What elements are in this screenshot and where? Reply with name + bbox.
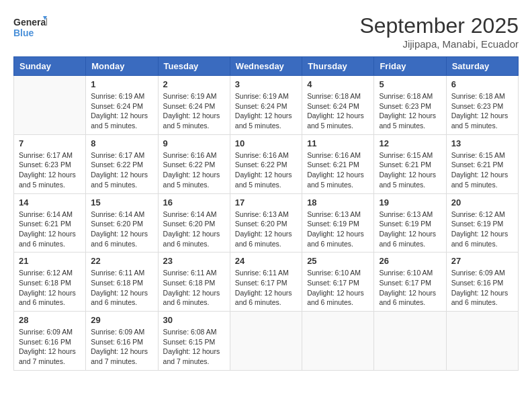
calendar-cell: 21Sunrise: 6:12 AM Sunset: 6:18 PM Dayli… [14, 253, 86, 312]
calendar-cell: 22Sunrise: 6:11 AM Sunset: 6:18 PM Dayli… [86, 253, 158, 312]
day-info: Sunrise: 6:16 AM Sunset: 6:22 PM Dayligh… [163, 150, 225, 190]
calendar-cell: 30Sunrise: 6:08 AM Sunset: 6:15 PM Dayli… [158, 312, 230, 371]
calendar-cell: 28Sunrise: 6:09 AM Sunset: 6:16 PM Dayli… [14, 312, 86, 371]
day-info: Sunrise: 6:09 AM Sunset: 6:16 PM Dayligh… [91, 327, 152, 367]
day-number: 27 [451, 256, 513, 266]
weekday-header-row: SundayMondayTuesdayWednesdayThursdayFrid… [14, 57, 519, 76]
location-subtitle: Jijipapa, Manabi, Ecuador [359, 38, 519, 50]
calendar-cell: 13Sunrise: 6:15 AM Sunset: 6:21 PM Dayli… [446, 134, 518, 193]
day-number: 12 [379, 138, 441, 148]
calendar-cell: 7Sunrise: 6:17 AM Sunset: 6:23 PM Daylig… [14, 134, 86, 193]
weekday-header-sunday: Sunday [14, 57, 86, 76]
day-info: Sunrise: 6:17 AM Sunset: 6:23 PM Dayligh… [19, 150, 81, 190]
day-info: Sunrise: 6:16 AM Sunset: 6:22 PM Dayligh… [235, 150, 297, 190]
calendar-cell: 27Sunrise: 6:09 AM Sunset: 6:16 PM Dayli… [446, 253, 518, 312]
day-number: 22 [91, 256, 152, 266]
logo: General Blue [13, 13, 47, 42]
day-info: Sunrise: 6:18 AM Sunset: 6:23 PM Dayligh… [451, 91, 513, 131]
calendar-cell: 26Sunrise: 6:10 AM Sunset: 6:17 PM Dayli… [374, 253, 446, 312]
calendar-cell: 4Sunrise: 6:18 AM Sunset: 6:24 PM Daylig… [302, 76, 374, 135]
weekday-header-saturday: Saturday [446, 57, 518, 76]
calendar-table: SundayMondayTuesdayWednesdayThursdayFrid… [13, 56, 519, 371]
day-info: Sunrise: 6:13 AM Sunset: 6:20 PM Dayligh… [235, 210, 297, 249]
day-number: 6 [451, 79, 513, 89]
calendar-cell: 16Sunrise: 6:14 AM Sunset: 6:20 PM Dayli… [158, 193, 230, 253]
day-info: Sunrise: 6:17 AM Sunset: 6:22 PM Dayligh… [91, 150, 152, 190]
month-title: September 2025 [359, 13, 519, 38]
day-info: Sunrise: 6:18 AM Sunset: 6:23 PM Dayligh… [379, 91, 441, 131]
day-info: Sunrise: 6:11 AM Sunset: 6:18 PM Dayligh… [163, 268, 225, 308]
day-info: Sunrise: 6:08 AM Sunset: 6:15 PM Dayligh… [163, 327, 225, 367]
calendar-cell: 5Sunrise: 6:18 AM Sunset: 6:23 PM Daylig… [374, 76, 446, 135]
calendar-cell: 29Sunrise: 6:09 AM Sunset: 6:16 PM Dayli… [86, 312, 158, 371]
day-info: Sunrise: 6:14 AM Sunset: 6:20 PM Dayligh… [163, 210, 225, 249]
day-number: 7 [19, 138, 81, 148]
day-number: 19 [379, 197, 441, 208]
day-info: Sunrise: 6:13 AM Sunset: 6:19 PM Dayligh… [307, 210, 369, 249]
day-info: Sunrise: 6:13 AM Sunset: 6:19 PM Dayligh… [379, 210, 441, 249]
day-info: Sunrise: 6:14 AM Sunset: 6:20 PM Dayligh… [91, 210, 152, 249]
calendar-cell: 24Sunrise: 6:11 AM Sunset: 6:17 PM Dayli… [230, 253, 302, 312]
weekday-header-thursday: Thursday [302, 57, 374, 76]
day-number: 25 [307, 256, 369, 266]
day-info: Sunrise: 6:10 AM Sunset: 6:17 PM Dayligh… [379, 268, 441, 308]
calendar-cell: 9Sunrise: 6:16 AM Sunset: 6:22 PM Daylig… [158, 134, 230, 193]
calendar-cell: 12Sunrise: 6:15 AM Sunset: 6:21 PM Dayli… [374, 134, 446, 193]
logo-svg: General Blue [13, 13, 47, 42]
calendar-cell: 6Sunrise: 6:18 AM Sunset: 6:23 PM Daylig… [446, 76, 518, 135]
day-number: 14 [19, 197, 81, 208]
day-info: Sunrise: 6:15 AM Sunset: 6:21 PM Dayligh… [451, 150, 513, 190]
calendar-cell [14, 76, 86, 135]
weekday-header-friday: Friday [374, 57, 446, 76]
calendar-cell: 20Sunrise: 6:12 AM Sunset: 6:19 PM Dayli… [446, 193, 518, 253]
day-info: Sunrise: 6:19 AM Sunset: 6:24 PM Dayligh… [235, 91, 297, 131]
day-number: 28 [19, 315, 81, 325]
day-number: 30 [163, 315, 225, 325]
day-info: Sunrise: 6:15 AM Sunset: 6:21 PM Dayligh… [379, 150, 441, 190]
day-number: 23 [163, 256, 225, 266]
day-number: 24 [235, 256, 297, 266]
day-number: 26 [379, 256, 441, 266]
day-number: 17 [235, 197, 297, 208]
day-info: Sunrise: 6:12 AM Sunset: 6:18 PM Dayligh… [19, 268, 81, 308]
day-number: 9 [163, 138, 225, 148]
day-number: 11 [307, 138, 369, 148]
calendar-cell: 14Sunrise: 6:14 AM Sunset: 6:21 PM Dayli… [14, 193, 86, 253]
svg-text:General: General [13, 17, 47, 28]
day-number: 8 [91, 138, 152, 148]
day-info: Sunrise: 6:19 AM Sunset: 6:24 PM Dayligh… [163, 91, 225, 131]
weekday-header-wednesday: Wednesday [230, 57, 302, 76]
week-row-3: 14Sunrise: 6:14 AM Sunset: 6:21 PM Dayli… [14, 193, 519, 253]
day-number: 4 [307, 79, 369, 89]
calendar-cell: 19Sunrise: 6:13 AM Sunset: 6:19 PM Dayli… [374, 193, 446, 253]
calendar-cell: 25Sunrise: 6:10 AM Sunset: 6:17 PM Dayli… [302, 253, 374, 312]
calendar-cell [374, 312, 446, 371]
day-number: 2 [163, 79, 225, 89]
calendar-cell: 18Sunrise: 6:13 AM Sunset: 6:19 PM Dayli… [302, 193, 374, 253]
title-section: September 2025 Jijipapa, Manabi, Ecuador [359, 13, 519, 50]
day-number: 21 [19, 256, 81, 266]
calendar-cell: 23Sunrise: 6:11 AM Sunset: 6:18 PM Dayli… [158, 253, 230, 312]
day-number: 10 [235, 138, 297, 148]
calendar-cell: 2Sunrise: 6:19 AM Sunset: 6:24 PM Daylig… [158, 76, 230, 135]
page-header: General Blue September 2025 Jijipapa, Ma… [13, 13, 519, 50]
day-info: Sunrise: 6:19 AM Sunset: 6:24 PM Dayligh… [91, 91, 152, 131]
week-row-5: 28Sunrise: 6:09 AM Sunset: 6:16 PM Dayli… [14, 312, 519, 371]
week-row-1: 1Sunrise: 6:19 AM Sunset: 6:24 PM Daylig… [14, 76, 519, 135]
day-info: Sunrise: 6:10 AM Sunset: 6:17 PM Dayligh… [307, 268, 369, 308]
calendar-cell [446, 312, 518, 371]
day-info: Sunrise: 6:18 AM Sunset: 6:24 PM Dayligh… [307, 91, 369, 131]
day-info: Sunrise: 6:11 AM Sunset: 6:17 PM Dayligh… [235, 268, 297, 308]
svg-text:Blue: Blue [13, 28, 34, 38]
day-number: 3 [235, 79, 297, 89]
day-info: Sunrise: 6:16 AM Sunset: 6:21 PM Dayligh… [307, 150, 369, 190]
calendar-cell: 1Sunrise: 6:19 AM Sunset: 6:24 PM Daylig… [86, 76, 158, 135]
week-row-2: 7Sunrise: 6:17 AM Sunset: 6:23 PM Daylig… [14, 134, 519, 193]
day-number: 29 [91, 315, 152, 325]
calendar-cell: 8Sunrise: 6:17 AM Sunset: 6:22 PM Daylig… [86, 134, 158, 193]
calendar-cell: 15Sunrise: 6:14 AM Sunset: 6:20 PM Dayli… [86, 193, 158, 253]
day-info: Sunrise: 6:14 AM Sunset: 6:21 PM Dayligh… [19, 210, 81, 249]
calendar-cell: 10Sunrise: 6:16 AM Sunset: 6:22 PM Dayli… [230, 134, 302, 193]
day-number: 15 [91, 197, 152, 208]
day-number: 1 [91, 79, 152, 89]
